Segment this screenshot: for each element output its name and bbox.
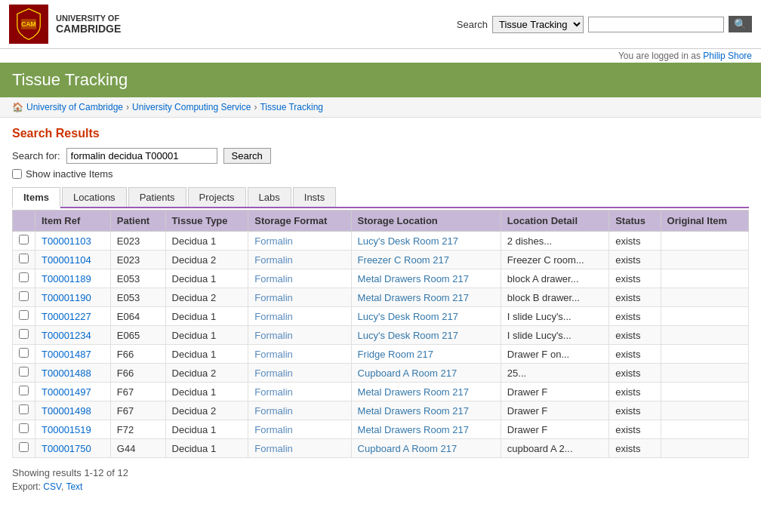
row-checkbox[interactable] [19,386,29,395]
location-link[interactable]: Metal Drawers Room 217 [358,424,469,435]
tab-locations[interactable]: Locations [62,187,127,207]
item-ref-link[interactable]: T00001487 [42,349,91,360]
row-storage-format: Formalin [248,326,351,345]
table-row: T00001488 F66 Decidua 2 Formalin Cupboar… [13,364,749,383]
col-location-detail: Location Detail [501,211,608,232]
row-patient: F67 [110,401,165,420]
row-checkbox[interactable] [19,310,29,320]
row-location-detail: block B drawer... [501,288,608,307]
row-patient: F66 [110,345,165,364]
location-link[interactable]: Metal Drawers Room 217 [358,292,469,303]
item-ref-link[interactable]: T00001488 [42,367,91,379]
university-name-line2: CAMBRIDGE [56,23,121,35]
location-link[interactable]: Metal Drawers Room 217 [358,386,469,398]
show-inactive-checkbox[interactable] [12,169,22,179]
row-storage-location: Cupboard A Room 217 [351,439,501,458]
location-link[interactable]: Lucy's Desk Room 217 [358,311,458,322]
location-link[interactable]: Cupboard A Room 217 [358,443,458,454]
row-patient: E023 [110,232,165,251]
row-status: exists [609,251,661,269]
location-link[interactable]: Cupboard A Room 217 [358,367,458,379]
item-ref-link[interactable]: T00001190 [42,292,91,303]
row-checkbox[interactable] [19,442,29,452]
row-storage-format: Formalin [248,383,351,401]
export-text-link[interactable]: Text [66,481,82,492]
row-tissue-type: Decidua 2 [165,251,248,269]
header-search-input[interactable] [588,17,724,32]
row-storage-location: Metal Drawers Room 217 [351,420,501,439]
row-checkbox[interactable] [19,423,29,433]
item-ref-link[interactable]: T00001750 [42,443,91,454]
row-checkbox[interactable] [19,272,29,282]
row-item-ref: T00001497 [35,383,111,401]
row-storage-format: Formalin [248,269,351,288]
item-ref-link[interactable]: T00001189 [42,273,91,284]
row-storage-location: Fridge Room 217 [351,345,501,364]
row-patient: G44 [110,439,165,458]
item-ref-link[interactable]: T00001104 [42,254,91,266]
export-label: Export: [12,481,41,492]
row-checkbox-cell [13,345,35,364]
row-location-detail: Drawer F [501,401,608,420]
location-link[interactable]: Freezer C Room 217 [358,254,449,266]
breadcrumb-tt[interactable]: Tissue Tracking [260,102,323,112]
export-csv-link[interactable]: CSV [43,481,61,492]
row-tissue-type: Decidua 1 [165,232,248,251]
row-storage-format: Formalin [248,401,351,420]
row-checkbox[interactable] [19,291,29,301]
item-ref-link[interactable]: T00001227 [42,311,91,322]
row-tissue-type: Decidua 2 [165,401,248,420]
row-status: exists [609,288,661,307]
item-ref-link[interactable]: T00001497 [42,386,91,398]
row-checkbox-cell [13,326,35,345]
search-scope-select[interactable]: Tissue Tracking Whole Site [492,16,584,33]
login-user-link[interactable]: Philip Shore [703,51,752,61]
location-link[interactable]: Metal Drawers Room 217 [358,405,469,417]
tab-labs[interactable]: Labs [248,187,291,207]
item-ref-link[interactable]: T00001519 [42,424,91,435]
tab-insts[interactable]: Insts [293,187,336,207]
location-link[interactable]: Lucy's Desk Room 217 [358,235,458,247]
location-link[interactable]: Lucy's Desk Room 217 [358,330,458,341]
row-storage-location: Cupboard A Room 217 [351,364,501,383]
row-checkbox[interactable] [19,348,29,358]
item-ref-link[interactable]: T00001103 [42,235,91,247]
row-original-item [661,401,748,420]
search-form: Search for: Search [12,148,749,164]
location-link[interactable]: Fridge Room 217 [358,349,433,360]
header-search-button[interactable]: 🔍 [729,16,752,32]
table-row: T00001103 E023 Decidua 1 Formalin Lucy's… [13,232,749,251]
search-results-heading: Search Results [12,127,749,140]
item-ref-link[interactable]: T00001234 [42,330,91,341]
row-tissue-type: Decidua 2 [165,288,248,307]
location-link[interactable]: Metal Drawers Room 217 [358,273,469,284]
row-storage-location: Lucy's Desk Room 217 [351,307,501,326]
breadcrumb-sep1: › [126,102,129,112]
row-location-detail: Drawer F [501,420,608,439]
search-input[interactable] [66,148,217,164]
search-button[interactable]: Search [223,148,271,164]
row-checkbox[interactable] [19,367,29,377]
row-checkbox[interactable] [19,329,29,339]
row-location-detail: block A drawer... [501,269,608,288]
tab-patients[interactable]: Patients [128,187,186,207]
row-checkbox[interactable] [19,235,29,244]
tab-items[interactable]: Items [12,187,60,208]
row-checkbox-cell [13,364,35,383]
tab-projects[interactable]: Projects [188,187,246,207]
search-label: Search [457,19,488,30]
showing-results: Showing results 1-12 of 12 [12,467,749,478]
row-checkbox[interactable] [19,254,29,263]
login-text: You are logged in as [618,51,701,61]
row-status: exists [609,364,661,383]
row-checkbox[interactable] [19,404,29,414]
row-tissue-type: Decidua 1 [165,326,248,345]
row-item-ref: T00001488 [35,364,111,383]
row-status: exists [609,439,661,458]
row-checkbox-cell [13,420,35,439]
main-content: Search Results Search for: Search Show i… [0,118,761,501]
breadcrumb-ucs[interactable]: University Computing Service [132,102,251,112]
table-header-row: Item Ref Patient Tissue Type Storage For… [13,211,749,232]
item-ref-link[interactable]: T00001498 [42,405,91,417]
breadcrumb-cambridge[interactable]: University of Cambridge [26,102,123,112]
